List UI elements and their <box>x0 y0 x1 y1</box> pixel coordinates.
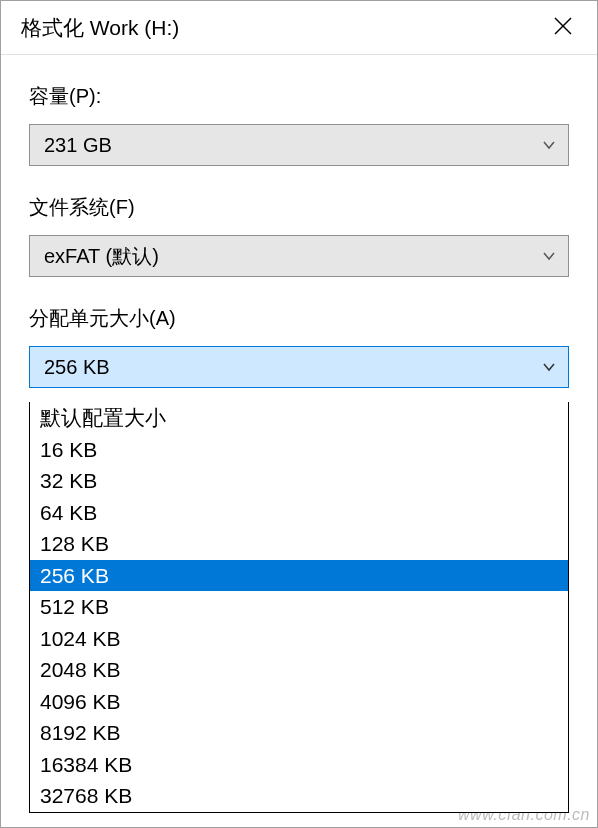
capacity-select[interactable]: 231 GB <box>29 124 569 166</box>
allocation-value: 256 KB <box>44 356 110 379</box>
allocation-option[interactable]: 128 KB <box>30 528 568 560</box>
close-button[interactable] <box>543 8 583 48</box>
allocation-option[interactable]: 1024 KB <box>30 623 568 655</box>
capacity-value: 231 GB <box>44 134 112 157</box>
allocation-option[interactable]: 32768 KB <box>30 780 568 812</box>
allocation-option[interactable]: 256 KB <box>30 560 568 592</box>
allocation-option[interactable]: 64 KB <box>30 497 568 529</box>
allocation-option[interactable]: 2048 KB <box>30 654 568 686</box>
allocation-option[interactable]: 16384 KB <box>30 749 568 781</box>
allocation-option[interactable]: 32 KB <box>30 465 568 497</box>
allocation-option[interactable]: 8192 KB <box>30 717 568 749</box>
filesystem-value: exFAT (默认) <box>44 243 159 270</box>
allocation-select[interactable]: 256 KB <box>29 346 569 388</box>
format-dialog: 格式化 Work (H:) 容量(P): 231 GB 文件系统(F) exFA… <box>0 0 598 828</box>
allocation-label: 分配单元大小(A) <box>29 305 569 332</box>
capacity-label: 容量(P): <box>29 83 569 110</box>
chevron-down-icon <box>542 138 556 152</box>
titlebar: 格式化 Work (H:) <box>1 1 597 55</box>
dialog-content: 容量(P): 231 GB 文件系统(F) exFAT (默认) 分配单元大小(… <box>1 55 597 388</box>
chevron-down-icon <box>542 360 556 374</box>
filesystem-label: 文件系统(F) <box>29 194 569 221</box>
allocation-option[interactable]: 512 KB <box>30 591 568 623</box>
allocation-dropdown: 默认配置大小16 KB32 KB64 KB128 KB256 KB512 KB1… <box>29 402 569 813</box>
allocation-option[interactable]: 4096 KB <box>30 686 568 718</box>
dialog-title: 格式化 Work (H:) <box>21 14 179 42</box>
filesystem-select[interactable]: exFAT (默认) <box>29 235 569 277</box>
close-icon <box>554 17 572 39</box>
allocation-option[interactable]: 16 KB <box>30 434 568 466</box>
allocation-option[interactable]: 默认配置大小 <box>30 402 568 434</box>
chevron-down-icon <box>542 249 556 263</box>
